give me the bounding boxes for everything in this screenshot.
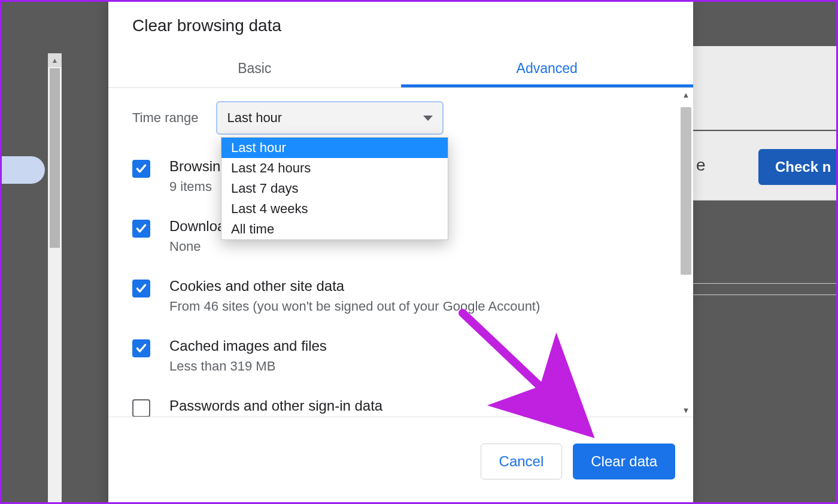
time-range-label: Time range xyxy=(132,110,198,126)
tab-basic[interactable]: Basic xyxy=(108,52,401,87)
dropdown-option-last-hour[interactable]: Last hour xyxy=(221,138,448,158)
checkbox-checked-icon[interactable] xyxy=(132,160,150,178)
option-subtitle: From 46 sites (you won't be signed out o… xyxy=(169,296,540,317)
option-title: Downloa xyxy=(169,216,225,236)
option-passwords[interactable]: Passwords and other sign-in data xyxy=(132,386,669,417)
dialog-title: Clear browsing data xyxy=(108,2,693,46)
dropdown-option-last-24-hours[interactable]: Last 24 hours xyxy=(221,158,448,178)
time-range-select[interactable]: Last hour xyxy=(216,101,444,135)
clear-data-button[interactable]: Clear data xyxy=(573,444,675,479)
bg-scroll-thumb xyxy=(50,68,60,248)
option-subtitle: None xyxy=(169,236,225,257)
bg-scroll-up-arrow: ▲ xyxy=(48,53,62,67)
time-range-row: Time range Last hour xyxy=(108,88,693,135)
tab-advanced[interactable]: Advanced xyxy=(401,52,694,87)
option-title: Browsin xyxy=(169,156,220,177)
checkbox-unchecked-icon[interactable] xyxy=(132,399,150,417)
bg-truncated-text: e xyxy=(696,156,706,175)
dialog-body: Time range Last hour Browsin 9 items xyxy=(108,88,693,417)
bg-nav-pill xyxy=(2,156,45,184)
time-range-dropdown: Last hour Last 24 hours Last 7 days Last… xyxy=(221,137,448,240)
cancel-button[interactable]: Cancel xyxy=(481,444,563,479)
checkbox-checked-icon[interactable] xyxy=(132,339,150,357)
dialog-tabs: Basic Advanced xyxy=(108,52,693,88)
scroll-up-icon[interactable]: ▲ xyxy=(679,88,693,101)
option-cookies[interactable]: Cookies and other site data From 46 site… xyxy=(132,266,669,326)
checkbox-checked-icon[interactable] xyxy=(132,280,150,297)
scroll-thumb[interactable] xyxy=(681,107,691,275)
time-range-selected: Last hour xyxy=(227,110,282,126)
option-subtitle: 9 items xyxy=(169,177,220,197)
option-cached[interactable]: Cached images and files Less than 319 MB xyxy=(132,326,669,386)
option-title: Cached images and files xyxy=(169,336,327,356)
bg-panel-stripe xyxy=(693,283,836,295)
dropdown-option-all-time[interactable]: All time xyxy=(221,219,448,239)
chevron-down-icon xyxy=(423,116,433,121)
dialog-footer: Cancel Clear data xyxy=(108,417,693,504)
option-title: Passwords and other sign-in data xyxy=(169,396,382,416)
bg-panel-top xyxy=(693,46,836,130)
option-subtitle: Less than 319 MB xyxy=(169,356,327,377)
dialog-scrollbar[interactable]: ▲ ▼ xyxy=(679,88,693,417)
dropdown-option-last-7-days[interactable]: Last 7 days xyxy=(221,178,448,199)
checkbox-checked-icon[interactable] xyxy=(132,220,150,238)
scroll-down-icon[interactable]: ▼ xyxy=(679,403,693,417)
dropdown-option-last-4-weeks[interactable]: Last 4 weeks xyxy=(221,199,448,219)
scroll-track[interactable] xyxy=(679,101,693,403)
bg-check-now-button: Check n xyxy=(758,149,836,185)
clear-browsing-data-dialog: Clear browsing data Basic Advanced Time … xyxy=(108,2,693,504)
option-title: Cookies and other site data xyxy=(169,276,540,296)
